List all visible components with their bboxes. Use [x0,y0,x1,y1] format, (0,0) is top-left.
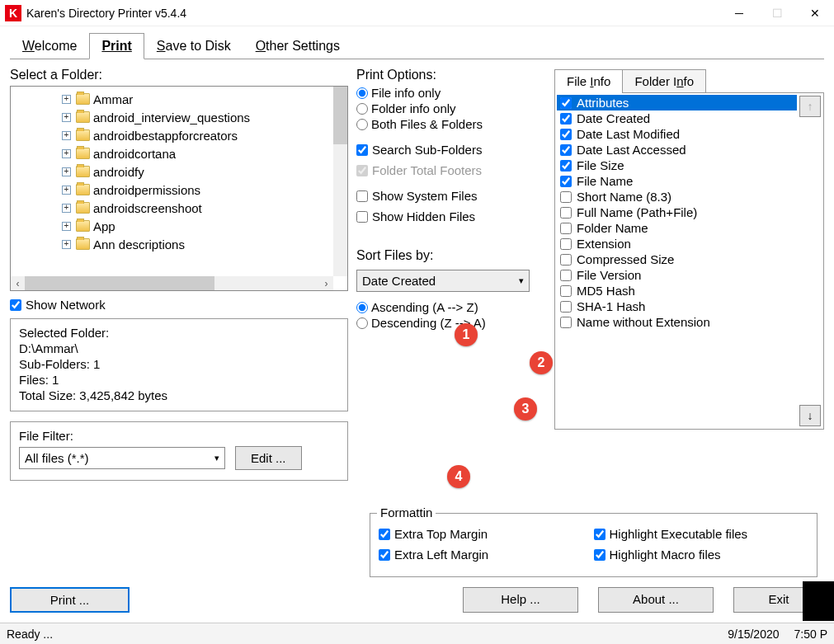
file-info-row[interactable]: MD5 Hash [557,283,797,298]
expand-icon[interactable]: + [62,131,71,140]
status-time: 7:50 P [794,628,827,641]
tree-item[interactable]: +App [62,217,347,235]
annotation-4: 4 [447,465,470,488]
black-obstruction [803,581,834,621]
folder-icon [76,93,90,105]
expand-icon[interactable]: + [62,222,71,231]
selected-folder-box: Selected Folder: D:\Ammar\ Sub-Folders: … [10,318,348,411]
minimize-button[interactable]: ─ [720,0,758,26]
expand-icon[interactable]: + [62,149,71,158]
tree-item[interactable]: +androidpermissions [62,181,347,199]
radio-ascending[interactable]: Ascending (A --> Z) [356,300,546,314]
file-info-label: Extension [577,237,631,251]
file-info-row[interactable]: Folder Name [557,220,797,236]
formatting-label: Formattin [377,505,436,519]
edit-filter-button[interactable]: Edit ... [235,446,302,470]
radio-folder-info-only[interactable]: Folder info only [356,101,546,115]
expand-icon[interactable]: + [62,204,71,213]
show-network-checkbox[interactable]: Show Network [10,298,348,312]
file-info-row[interactable]: Date Created [557,110,797,126]
tree-item[interactable]: +androidcortana [62,144,347,162]
annotation-1: 1 [455,323,478,346]
tab-print[interactable]: Print [89,33,144,59]
status-bar: Ready ... 9/15/2020 7:50 P [0,623,834,644]
close-button[interactable]: ✕ [796,0,834,26]
titlebar: K Karen's Directory Printer v5.4.4 ─ ☐ ✕ [0,0,834,26]
tree-hscroll[interactable]: ‹ › [11,276,333,290]
info-subtabs: File Info Folder Info [554,69,824,93]
checkbox-show-hidden-files[interactable]: Show Hidden Files [356,209,546,223]
file-info-row[interactable]: Short Name (8.3) [557,189,797,204]
tree-item[interactable]: +android_interview_questions [62,108,347,126]
file-info-label: Date Last Modified [577,127,680,141]
file-info-row[interactable]: Attributes [557,95,797,110]
file-info-label: File Name [577,174,633,188]
subtab-folder-info[interactable]: Folder Info [622,69,706,92]
expand-icon[interactable]: + [62,113,71,122]
tab-welcome[interactable]: Welcome [10,33,89,59]
select-folder-label: Select a Folder: [10,68,348,82]
selected-folder-path: D:\Ammar\ [19,341,339,355]
file-filter-select[interactable]: All files (*.*)▾ [19,447,225,469]
checkbox-extra-left-margin[interactable]: Extra Left Margin [379,548,594,562]
checkbox-show-system-files[interactable]: Show System Files [356,189,546,203]
folder-icon [76,202,90,214]
selected-totalsize: Total Size: 3,425,842 bytes [19,388,339,402]
file-info-row[interactable]: Name without Extension [557,314,797,330]
tree-item[interactable]: +Ann descriptions [62,235,347,253]
file-info-row[interactable]: Extension [557,236,797,251]
print-button[interactable]: Print ... [10,587,130,613]
checkbox-highlight-exe[interactable]: Highlight Executable files [594,527,809,541]
tab-save[interactable]: Save to Disk [144,33,243,59]
window-title: Karen's Directory Printer v5.4.4 [26,7,186,20]
file-info-row[interactable]: Full Name (Path+File) [557,204,797,220]
tree-item-label: androidcortana [93,147,176,161]
file-info-label: MD5 Hash [577,284,635,298]
about-button[interactable]: About ... [598,587,714,613]
checkbox-search-subfolders[interactable]: Search Sub-Folders [356,143,546,157]
folder-icon [76,238,90,250]
tab-other[interactable]: Other Settings [243,33,352,59]
move-down-button[interactable]: ↓ [799,405,821,426]
folder-icon [76,184,90,195]
tree-item-label: android_interview_questions [93,110,250,125]
tree-vscroll[interactable] [333,87,347,276]
checkbox-highlight-macro[interactable]: Highlight Macro files [594,548,809,562]
radio-descending[interactable]: Descending (Z --> A) [356,316,546,330]
radio-file-info-only[interactable]: File info only [356,86,546,100]
tree-item-label: App [93,219,115,233]
subtab-file-info[interactable]: File Info [554,69,623,92]
expand-icon[interactable]: + [62,240,71,249]
file-info-row[interactable]: File Name [557,173,797,189]
expand-icon[interactable]: + [62,95,71,104]
file-info-row[interactable]: Compressed Size [557,251,797,267]
maximize-button[interactable]: ☐ [758,0,796,26]
checkbox-folder-total-footers: Folder Total Footers [356,163,546,177]
file-info-label: File Size [577,158,624,172]
radio-both[interactable]: Both Files & Folders [356,117,546,131]
expand-icon[interactable]: + [62,186,71,195]
folder-icon [76,220,90,232]
file-info-row[interactable]: SHA-1 Hash [557,298,797,314]
file-info-row[interactable]: File Version [557,267,797,283]
file-info-row[interactable]: Date Last Accessed [557,142,797,157]
main-tabs: Welcome Print Save to Disk Other Setting… [10,33,824,59]
tree-item[interactable]: +androidfy [62,162,347,181]
expand-icon[interactable]: + [62,167,71,176]
help-button[interactable]: Help ... [463,587,578,613]
file-info-row[interactable]: File Size [557,157,797,173]
tree-item[interactable]: +Ammar [62,90,347,108]
sort-select[interactable]: Date Created▾ [356,270,530,292]
tree-item-label: androidscreenshoot [93,201,202,215]
file-info-row[interactable]: Date Last Modified [557,126,797,142]
folder-tree[interactable]: +Ammar+android_interview_questions+andro… [10,86,348,291]
tree-item[interactable]: +androidbestappforcreators [62,126,347,144]
file-info-label: Folder Name [577,221,648,235]
folder-icon [76,148,90,159]
tree-item[interactable]: +androidscreenshoot [62,199,347,217]
checkbox-extra-top-margin[interactable]: Extra Top Margin [379,527,594,541]
folder-icon [76,111,90,123]
status-ready: Ready ... [7,628,53,641]
move-up-button[interactable]: ↑ [799,96,821,117]
annotation-2: 2 [530,351,553,374]
